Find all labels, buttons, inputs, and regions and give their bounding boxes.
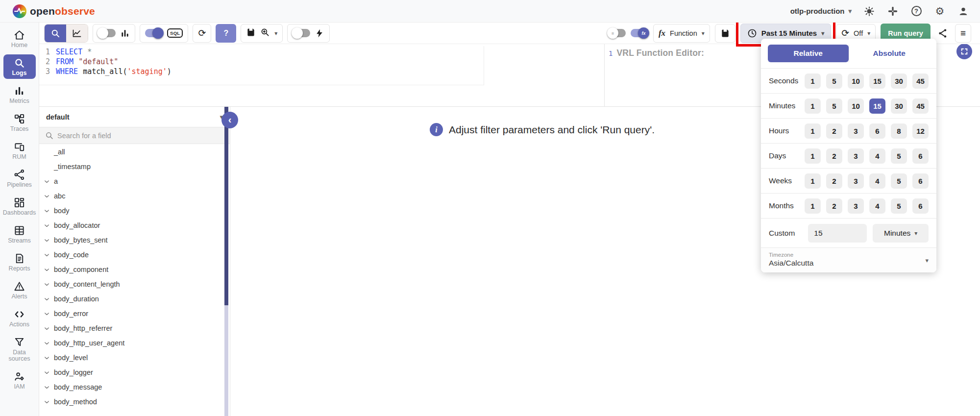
- settings-gear-icon[interactable]: ⚙: [934, 5, 946, 17]
- sidebar-item-actions[interactable]: Actions: [3, 306, 36, 330]
- help-icon[interactable]: ?: [910, 5, 922, 17]
- histogram-toggle[interactable]: [98, 29, 116, 37]
- field-item[interactable]: body_logger: [39, 365, 230, 380]
- period-chip-seconds-5[interactable]: 5: [826, 73, 842, 89]
- field-item[interactable]: body_duration: [39, 292, 230, 306]
- period-chip-hours-8[interactable]: 8: [891, 123, 907, 139]
- field-item[interactable]: body_content_length: [39, 277, 230, 292]
- field-item[interactable]: body_error: [39, 306, 230, 321]
- explore-saved-views-button[interactable]: [260, 27, 270, 39]
- list-menu-button[interactable]: ≡: [955, 24, 971, 43]
- period-chip-minutes-5[interactable]: 5: [826, 98, 842, 114]
- period-chip-seconds-1[interactable]: 1: [805, 73, 821, 89]
- theme-toggle-icon[interactable]: [863, 5, 875, 17]
- field-item[interactable]: body_allocator: [39, 218, 230, 233]
- save-function-button[interactable]: [715, 24, 735, 43]
- period-chip-weeks-4[interactable]: 4: [869, 173, 885, 189]
- chart-mode-button[interactable]: [66, 24, 88, 42]
- period-chip-weeks-5[interactable]: 5: [891, 173, 907, 189]
- period-chip-days-5[interactable]: 5: [891, 148, 907, 164]
- period-chip-minutes-15[interactable]: 15: [869, 98, 885, 114]
- period-chip-days-2[interactable]: 2: [826, 148, 842, 164]
- collapse-fields-panel-button[interactable]: ‹: [221, 112, 238, 128]
- share-link-button[interactable]: [935, 24, 950, 43]
- period-chip-months-5[interactable]: 5: [891, 198, 907, 214]
- field-item[interactable]: body_http_user_agent: [39, 336, 230, 350]
- sidebar-item-pipelines[interactable]: Pipelines: [3, 166, 36, 191]
- period-chip-minutes-1[interactable]: 1: [805, 98, 821, 114]
- period-chip-weeks-6[interactable]: 6: [912, 173, 929, 189]
- search-mode-button[interactable]: [45, 24, 66, 42]
- period-chip-days-3[interactable]: 3: [848, 148, 864, 164]
- field-search-input[interactable]: [57, 132, 224, 140]
- period-chip-days-6[interactable]: 6: [912, 148, 929, 164]
- period-chip-weeks-1[interactable]: 1: [805, 173, 821, 189]
- sidebar-item-logs[interactable]: Logs: [3, 54, 36, 79]
- wrap-lines-toggle[interactable]: ≡: [608, 29, 626, 37]
- period-chip-hours-6[interactable]: 6: [869, 123, 885, 139]
- field-list-scrollbar-thumb[interactable]: [224, 107, 228, 305]
- slack-icon[interactable]: [887, 5, 899, 17]
- reset-filters-button[interactable]: ⟳: [193, 24, 211, 43]
- period-chip-months-1[interactable]: 1: [805, 198, 821, 214]
- field-item[interactable]: body_http_referrer: [39, 321, 230, 336]
- timezone-selector[interactable]: Timezone Asia/Calcutta ▾: [761, 247, 936, 272]
- field-item[interactable]: body_method: [39, 394, 230, 409]
- period-chip-weeks-3[interactable]: 3: [848, 173, 864, 189]
- syntax-help-button[interactable]: ?: [216, 24, 236, 43]
- organization-selector[interactable]: otlp-production ▾: [790, 7, 852, 15]
- fullscreen-editor-button[interactable]: [956, 44, 972, 59]
- field-item[interactable]: body_component: [39, 262, 230, 277]
- field-item[interactable]: body_code: [39, 247, 230, 262]
- period-chip-months-6[interactable]: 6: [912, 198, 929, 214]
- openobserve-logo[interactable]: openobserve: [13, 4, 95, 18]
- sidebar-item-traces[interactable]: Traces: [3, 110, 36, 135]
- sidebar-item-home[interactable]: Home: [3, 26, 36, 51]
- period-chip-minutes-10[interactable]: 10: [848, 98, 864, 114]
- period-chip-hours-1[interactable]: 1: [805, 123, 821, 139]
- period-chip-seconds-45[interactable]: 45: [912, 73, 929, 89]
- period-chip-hours-12[interactable]: 12: [912, 123, 929, 139]
- period-chip-days-4[interactable]: 4: [869, 148, 885, 164]
- sql-mode-toggle[interactable]: [145, 29, 163, 37]
- period-chip-minutes-30[interactable]: 30: [891, 98, 907, 114]
- period-chip-months-2[interactable]: 2: [826, 198, 842, 214]
- field-item[interactable]: body: [39, 203, 230, 218]
- saved-views-caret-button[interactable]: ▾: [274, 30, 277, 37]
- period-chip-seconds-10[interactable]: 10: [848, 73, 864, 89]
- sidebar-item-data-sources[interactable]: Data sources: [3, 334, 36, 365]
- field-item[interactable]: abc: [39, 189, 230, 203]
- save-view-button[interactable]: [246, 27, 256, 39]
- sidebar-item-metrics[interactable]: Metrics: [3, 82, 36, 107]
- sidebar-item-dashboards[interactable]: Dashboards: [3, 194, 36, 219]
- field-item[interactable]: _timestamp: [39, 159, 230, 174]
- function-dropdown[interactable]: fx Function ▾: [653, 24, 710, 43]
- sql-query-editor[interactable]: 1SELECT* 2FROM"default" 3WHEREmatch_all(…: [39, 46, 484, 85]
- field-item[interactable]: body_message: [39, 380, 230, 394]
- period-chip-hours-3[interactable]: 3: [848, 123, 864, 139]
- field-item[interactable]: body_bytes_sent: [39, 233, 230, 247]
- function-editor-toggle[interactable]: fx: [631, 29, 648, 37]
- tab-relative[interactable]: Relative: [768, 45, 849, 62]
- quick-mode-toggle[interactable]: [293, 29, 310, 37]
- sidebar-item-alerts[interactable]: Alerts: [3, 278, 36, 302]
- tab-absolute[interactable]: Absolute: [849, 45, 930, 62]
- field-item[interactable]: a: [39, 174, 230, 189]
- period-chip-months-4[interactable]: 4: [869, 198, 885, 214]
- field-item[interactable]: _all: [39, 145, 230, 159]
- sidebar-item-streams[interactable]: Streams: [3, 222, 36, 246]
- custom-unit-dropdown[interactable]: Minutes ▾: [873, 224, 929, 243]
- period-chip-months-3[interactable]: 3: [848, 198, 864, 214]
- period-chip-seconds-30[interactable]: 30: [891, 73, 907, 89]
- period-chip-seconds-15[interactable]: 15: [869, 73, 885, 89]
- sidebar-item-rum[interactable]: RUM: [3, 138, 36, 163]
- period-chip-minutes-45[interactable]: 45: [912, 98, 929, 114]
- stream-selector[interactable]: default ▾: [39, 107, 230, 127]
- account-icon[interactable]: [957, 5, 969, 17]
- sidebar-item-iam[interactable]: IAM: [3, 368, 36, 392]
- period-chip-days-1[interactable]: 1: [805, 148, 821, 164]
- field-item[interactable]: body_level: [39, 350, 230, 365]
- sidebar-item-reports[interactable]: Reports: [3, 250, 36, 274]
- period-chip-hours-2[interactable]: 2: [826, 123, 842, 139]
- custom-period-input[interactable]: [808, 224, 867, 243]
